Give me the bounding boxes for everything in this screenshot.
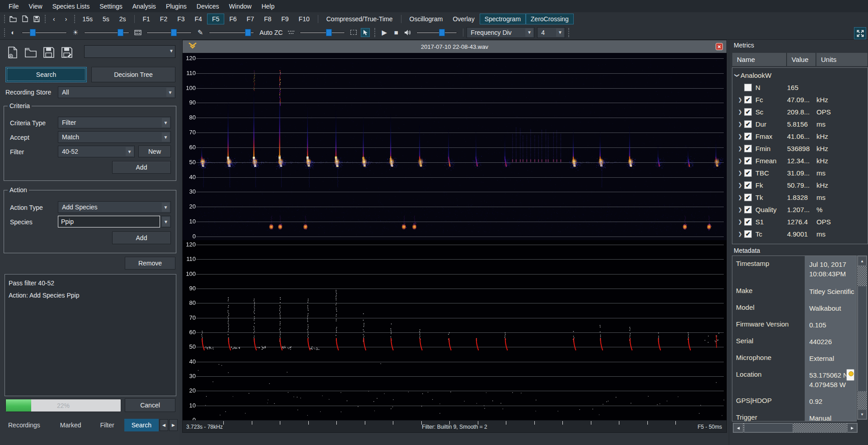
window-titlebar[interactable]: 2017-07-10 22-08-43.wav ✕	[183, 40, 726, 53]
saved-search-combo[interactable]: ▼	[84, 45, 175, 58]
column-header-name[interactable]: Name	[732, 52, 787, 66]
hscroll-thumb[interactable]	[744, 423, 793, 432]
open-search-icon[interactable]	[22, 45, 40, 60]
f2-button[interactable]: F2	[155, 14, 172, 24]
play-icon[interactable]: ▶	[380, 28, 389, 37]
f5-button[interactable]: F5	[207, 14, 224, 24]
filter-combo[interactable]: 40-52▼	[58, 146, 135, 157]
overlay-button[interactable]: Overlay	[448, 14, 479, 24]
menu-analysis[interactable]: Analysis	[127, 1, 161, 12]
chevron-icon[interactable]: ❯	[736, 170, 744, 176]
map-pin-icon[interactable]	[846, 369, 854, 381]
tab-recordings[interactable]: Recordings	[4, 419, 45, 431]
action-add-button[interactable]: Add	[112, 232, 171, 244]
tab-search[interactable]: Search	[124, 419, 159, 431]
menu-help[interactable]: Help	[256, 1, 279, 12]
column-header-value[interactable]: Value	[787, 52, 816, 66]
timescale-2s-button[interactable]: 2s	[114, 14, 131, 24]
open-icon[interactable]	[9, 14, 18, 24]
metric-checkbox[interactable]: ✔	[744, 108, 752, 116]
chevron-icon[interactable]: ❯	[736, 97, 744, 103]
search-mode-button[interactable]: Search	[5, 67, 87, 82]
save-as-search-icon[interactable]	[58, 45, 76, 60]
spectrogram-canvas[interactable]	[183, 53, 726, 421]
decision-tree-mode-button[interactable]: Decision Tree	[91, 67, 175, 82]
marquee-icon[interactable]	[349, 28, 358, 37]
metric-checkbox[interactable]: ✔	[744, 120, 752, 128]
list-item[interactable]: Pass filter 40-52	[9, 277, 172, 289]
save-icon[interactable]	[32, 14, 41, 24]
chevron-icon[interactable]: ❯	[736, 133, 744, 139]
metrics-group-label[interactable]: AnalookW	[741, 71, 771, 79]
f9-button[interactable]: F9	[276, 14, 293, 24]
speaker-icon[interactable]	[403, 28, 412, 37]
list-item[interactable]: Action: Add Species Ppip	[9, 289, 172, 302]
menu-view[interactable]: View	[24, 1, 47, 12]
species-dropdown-button[interactable]: ▼	[161, 216, 171, 227]
new-search-icon[interactable]	[4, 45, 22, 60]
chevron-icon[interactable]: ❯	[736, 146, 744, 151]
column-header-units[interactable]: Units	[816, 52, 868, 66]
tab-scroll-right-icon[interactable]: ▶	[169, 419, 178, 431]
scroll-left-icon[interactable]: ◀	[733, 423, 743, 432]
accept-combo[interactable]: Match▼	[58, 131, 171, 143]
frequency-div-combo[interactable]: Frequency Div▼	[467, 27, 534, 38]
action-type-combo[interactable]: Add Species▼	[58, 201, 171, 213]
metric-checkbox[interactable]	[744, 84, 752, 91]
stop-icon[interactable]: ■	[392, 28, 401, 37]
timescale-15s-button[interactable]: 15s	[77, 14, 98, 24]
cancel-button[interactable]: Cancel	[125, 398, 175, 412]
spectrogram-button[interactable]: Spectrogram	[480, 14, 526, 24]
chevron-icon[interactable]: ❯	[736, 207, 744, 213]
close-icon[interactable]: ✕	[716, 43, 723, 50]
chevron-icon[interactable]: ❯	[736, 231, 744, 237]
f3-button[interactable]: F3	[172, 14, 189, 24]
f10-button[interactable]: F10	[294, 14, 315, 24]
back-icon[interactable]: ‹	[48, 14, 60, 24]
metric-checkbox[interactable]: ✔	[744, 96, 752, 104]
contrast-slider[interactable]	[22, 28, 67, 37]
chevron-icon[interactable]: ❯	[736, 158, 744, 164]
species-field[interactable]	[58, 216, 160, 227]
tab-scroll-left-icon[interactable]: ◀	[160, 419, 168, 431]
brightness-slider[interactable]	[84, 28, 129, 37]
f8-button[interactable]: F8	[259, 14, 276, 24]
forward-icon[interactable]: ›	[60, 14, 72, 24]
new-filter-button[interactable]: New	[138, 146, 171, 157]
metadata-hscrollbar[interactable]: ◀ ▶	[733, 423, 858, 433]
vscroll-thumb[interactable]	[858, 286, 867, 392]
metric-checkbox[interactable]: ✔	[744, 218, 752, 226]
f7-button[interactable]: F7	[242, 14, 259, 24]
metric-checkbox[interactable]: ✔	[744, 169, 752, 177]
rules-list[interactable]: Pass filter 40-52 Action: Add Species Pp…	[5, 274, 176, 396]
menu-window[interactable]: Window	[224, 1, 257, 12]
save-search-icon[interactable]	[40, 45, 58, 60]
collapse-chevron-icon[interactable]	[188, 43, 193, 50]
chevron-icon[interactable]: ❯	[736, 182, 744, 188]
metric-checkbox[interactable]: ✔	[744, 145, 752, 152]
expand-icon[interactable]	[854, 27, 866, 39]
metadata-vscrollbar[interactable]: ▲ ▼	[857, 256, 867, 420]
scroll-up-icon[interactable]: ▲	[858, 256, 867, 266]
zerocrossing-button[interactable]: ZeroCrossing	[526, 14, 574, 24]
chevron-icon[interactable]: ❯	[736, 109, 744, 115]
compressed-truetime-button[interactable]: Compressed/True-Time	[321, 14, 398, 24]
scroll-down-icon[interactable]: ▼	[858, 409, 867, 419]
criteria-type-combo[interactable]: Filter▼	[58, 117, 171, 128]
f1-button[interactable]: F1	[138, 14, 155, 24]
scroll-right-icon[interactable]: ▶	[847, 423, 857, 432]
metric-checkbox[interactable]: ✔	[744, 230, 752, 238]
menu-plugins[interactable]: Plugins	[161, 1, 192, 12]
recording-store-combo[interactable]: All▼	[58, 86, 175, 98]
menu-settings[interactable]: Settings	[94, 1, 127, 12]
timescale-5s-button[interactable]: 5s	[98, 14, 114, 24]
frequency-div-count-combo[interactable]: 4▼	[537, 27, 565, 38]
tab-marked[interactable]: Marked	[56, 419, 86, 431]
smoothing-slider[interactable]	[146, 28, 192, 37]
chevron-icon[interactable]: ❯	[734, 73, 740, 78]
oscillogram-button[interactable]: Oscillogram	[405, 14, 448, 24]
metric-checkbox[interactable]: ✔	[744, 181, 752, 189]
chevron-icon[interactable]: ❯	[736, 121, 744, 127]
remove-button[interactable]: Remove	[125, 257, 175, 270]
f4-button[interactable]: F4	[190, 14, 207, 24]
